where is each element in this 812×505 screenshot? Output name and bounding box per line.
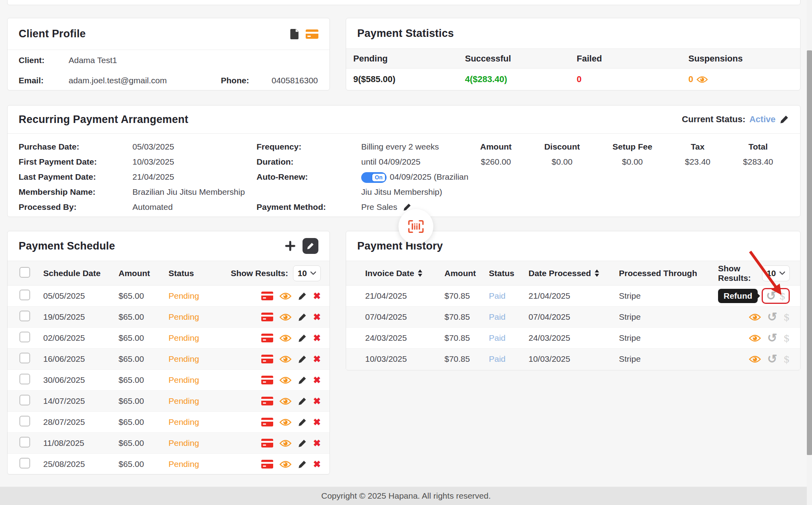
delete-x-icon[interactable]: ✖: [313, 334, 321, 343]
row-checkbox[interactable]: [19, 437, 30, 447]
add-payment-icon[interactable]: [285, 241, 295, 251]
scrollbar-track[interactable]: [807, 0, 812, 505]
edit-pencil-icon[interactable]: [298, 355, 307, 364]
delete-x-icon[interactable]: ✖: [313, 313, 321, 322]
edit-pencil-icon[interactable]: [298, 439, 307, 448]
view-eye-icon[interactable]: [749, 355, 761, 363]
history-row: 07/04/2025 $70.85 Paid 07/04/2025 Stripe…: [346, 307, 800, 328]
schedule-amount: $65.00: [119, 438, 169, 448]
payment-statistics-card: Payment Statistics Pending Successful Fa…: [346, 18, 801, 90]
scrollbar-thumb[interactable]: [807, 50, 812, 455]
statistics-values: 9($585.00) 4($283.40) 0 0: [346, 69, 800, 90]
credit-card-icon[interactable]: [306, 29, 318, 39]
row-checkbox[interactable]: [19, 290, 30, 300]
schedule-row: 11/08/2025 $65.00 Pending ✖: [8, 433, 329, 454]
edit-pencil-icon[interactable]: [298, 397, 307, 406]
schedule-amount: $65.00: [119, 354, 169, 364]
footer: Copyright © 2025 Hapana. All rights rese…: [0, 487, 812, 505]
history-amount: $70.85: [444, 354, 489, 364]
charge-card-icon[interactable]: [261, 397, 273, 405]
processed-through: Stripe: [619, 312, 718, 322]
view-eye-icon[interactable]: [749, 334, 761, 342]
view-eye-icon[interactable]: [280, 334, 291, 342]
schedule-status: Pending: [169, 333, 222, 343]
edit-pencil-icon[interactable]: [298, 376, 307, 385]
view-eye-icon[interactable]: [280, 419, 291, 426]
charge-dollar-icon[interactable]: $: [783, 333, 790, 343]
refund-undo-icon[interactable]: ↺: [767, 353, 777, 365]
charge-dollar-icon[interactable]: $: [779, 291, 785, 301]
charge-dollar-icon[interactable]: $: [783, 312, 790, 322]
detail-value: Automated: [132, 200, 173, 215]
eye-icon[interactable]: [697, 76, 708, 83]
schedule-amount: $65.00: [119, 396, 169, 406]
charge-card-icon[interactable]: [261, 313, 273, 321]
edit-pencil-icon[interactable]: [298, 418, 307, 427]
barcode-scan-bubble[interactable]: [398, 209, 433, 244]
schedule-col-date: Schedule Date: [43, 269, 119, 278]
detail-label: Purchase Date:: [19, 139, 132, 154]
recurring-payment-body: Purchase Date: 05/03/2025 First Payment …: [8, 134, 800, 215]
delete-x-icon[interactable]: ✖: [313, 397, 321, 406]
edit-pencil-icon[interactable]: [298, 313, 307, 322]
charge-card-icon[interactable]: [261, 376, 273, 384]
row-checkbox[interactable]: [19, 353, 30, 363]
detail-row: Last Payment Date: 21/04/2025: [19, 169, 257, 184]
delete-x-icon[interactable]: ✖: [313, 460, 321, 469]
view-eye-icon[interactable]: [280, 376, 291, 384]
view-eye-icon[interactable]: [280, 461, 291, 468]
select-all-checkbox[interactable]: [19, 267, 30, 278]
sort-icon[interactable]: [594, 269, 599, 277]
schedule-page-size-select[interactable]: 10: [293, 265, 321, 281]
delete-x-icon[interactable]: ✖: [313, 439, 321, 448]
payment-method-label: Payment Method:: [257, 200, 361, 215]
charge-card-icon[interactable]: [261, 418, 273, 426]
charge-card-icon[interactable]: [261, 334, 273, 342]
view-eye-icon[interactable]: [280, 292, 291, 300]
stat-header-pending: Pending: [353, 54, 465, 64]
delete-x-icon[interactable]: ✖: [313, 292, 321, 301]
auto-renew-toggle[interactable]: On: [361, 172, 387, 183]
history-amount: $70.85: [444, 312, 489, 322]
copyright-text: Copyright © 2025 Hapana. All rights rese…: [321, 491, 491, 501]
row-checkbox[interactable]: [19, 395, 30, 405]
charge-card-icon[interactable]: [261, 439, 273, 447]
view-eye-icon[interactable]: [280, 313, 291, 321]
frequency-label: Frequency:: [257, 139, 361, 154]
row-checkbox[interactable]: [19, 374, 30, 384]
charge-dollar-icon[interactable]: $: [783, 354, 790, 364]
client-profile-card: Client Profile Client: Adama Test1 Email…: [7, 18, 330, 90]
edit-pencil-icon[interactable]: [298, 292, 307, 301]
delete-x-icon[interactable]: ✖: [313, 376, 321, 385]
delete-x-icon[interactable]: ✖: [313, 418, 321, 427]
view-eye-icon[interactable]: [749, 313, 761, 321]
document-icon[interactable]: [290, 29, 299, 39]
edit-pencil-icon[interactable]: [298, 460, 307, 469]
charge-card-icon[interactable]: [261, 460, 273, 469]
view-eye-icon[interactable]: [280, 440, 291, 447]
row-checkbox[interactable]: [19, 416, 30, 426]
charge-card-icon[interactable]: [261, 292, 273, 300]
view-eye-icon[interactable]: [280, 355, 291, 363]
row-checkbox[interactable]: [19, 311, 30, 321]
stat-failed-value: 0: [577, 74, 689, 84]
row-checkbox[interactable]: [19, 332, 30, 342]
money-column: Discount $0.00: [544, 139, 580, 215]
detail-label: First Payment Date:: [19, 154, 132, 169]
history-page-size-select[interactable]: 10: [762, 265, 790, 281]
edit-schedule-button[interactable]: [303, 238, 318, 254]
sort-icon[interactable]: [417, 269, 423, 277]
refund-undo-icon[interactable]: ↺: [767, 332, 777, 344]
delete-x-icon[interactable]: ✖: [313, 355, 321, 364]
schedule-row: 19/05/2025 $65.00 Pending ✖: [8, 307, 329, 328]
chevron-down-icon: [779, 271, 785, 275]
stat-suspensions-value: 0: [688, 74, 693, 84]
view-eye-icon[interactable]: [280, 397, 291, 405]
refund-undo-icon[interactable]: ↺: [767, 311, 777, 323]
row-checkbox[interactable]: [19, 458, 30, 469]
refund-undo-icon[interactable]: ↺: [766, 290, 776, 302]
charge-card-icon[interactable]: [261, 355, 273, 363]
stat-successful-value: 4($283.40): [465, 74, 577, 84]
edit-status-pencil-icon[interactable]: [779, 115, 789, 124]
edit-pencil-icon[interactable]: [298, 334, 307, 343]
